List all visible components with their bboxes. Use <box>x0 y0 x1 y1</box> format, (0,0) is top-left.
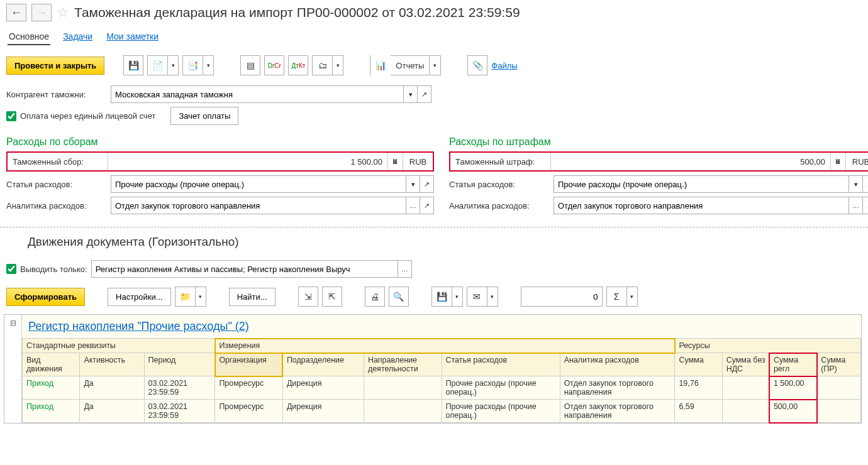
counterparty-label: Контрагент таможни: <box>6 90 107 99</box>
customs-fee-field: Таможенный сбор: 1 500,00 🖩 RUB <box>6 151 434 172</box>
tab-notes[interactable]: Мои заметки <box>105 29 160 45</box>
counterparty-input[interactable] <box>111 86 403 102</box>
th-group-res: Ресурсы <box>675 339 861 353</box>
structure-dropdown[interactable]: 🗂▾ <box>312 55 343 75</box>
fees-expense-item-input[interactable] <box>111 176 406 192</box>
attach-icon[interactable]: 📎 <box>467 55 487 75</box>
fees-title: Расходы по сборам <box>6 136 434 148</box>
ellipsis-icon[interactable]: … <box>849 197 862 214</box>
th-activity[interactable]: Активность <box>80 353 144 376</box>
register-table: Стандартные реквизиты Измерения Ресурсы … <box>22 338 861 423</box>
movements-title: Движения документа (Горизонтально) <box>0 232 868 254</box>
offset-payment-button[interactable]: Зачет оплаты <box>170 107 238 125</box>
create-based-dropdown[interactable]: 📑▾ <box>182 55 214 75</box>
counterparty-dropdown-icon[interactable]: ▾ <box>403 86 417 102</box>
variant-dropdown[interactable]: 📁▾ <box>175 287 206 307</box>
submit-close-button[interactable]: Провести и закрыть <box>6 57 104 75</box>
tab-tasks[interactable]: Задачи <box>62 29 94 45</box>
th-org[interactable]: Организация <box>215 353 283 376</box>
single-account-checkbox[interactable] <box>6 111 16 121</box>
table-row[interactable]: ПриходДа03.02.2021 23:59:59ПромресурсДир… <box>23 376 861 400</box>
files-link[interactable]: Файлы <box>491 61 517 70</box>
favorite-star-icon[interactable]: ☆ <box>57 4 69 21</box>
fines-expense-item-input[interactable] <box>554 176 849 192</box>
th-sum[interactable]: Сумма <box>675 353 722 376</box>
drcr-icon[interactable]: DrCr <box>264 55 284 75</box>
dtkt-icon[interactable]: ДтКт <box>288 55 308 75</box>
find-button[interactable]: Найти... <box>229 288 275 306</box>
table-row[interactable]: ПриходДа03.02.2021 23:59:59ПромресурсДир… <box>23 400 861 423</box>
single-account-label: Оплата через единый лицевой счет <box>20 111 155 121</box>
send-dropdown[interactable]: ✉▾ <box>467 287 498 307</box>
ellipsis-icon[interactable]: … <box>398 261 411 277</box>
save-icon[interactable]: 💾 <box>123 55 143 75</box>
nav-forward-button[interactable]: → <box>31 4 52 21</box>
fines-analytics-label: Аналитика расходов: <box>449 201 550 211</box>
settings-button[interactable]: Настройки... <box>108 288 171 306</box>
calculator-icon[interactable]: 🖩 <box>830 153 845 170</box>
sum-input[interactable] <box>521 287 603 307</box>
counterparty-open-icon[interactable]: ↗ <box>417 86 431 102</box>
th-dept[interactable]: Подразделение <box>282 353 364 376</box>
th-period[interactable]: Период <box>144 353 215 376</box>
th-sum-pr[interactable]: Сумма (ПР) <box>817 353 861 376</box>
page-title: Таможенная декларация на импорт ПР00-000… <box>74 5 520 20</box>
customs-fee-value[interactable]: 1 500,00 <box>108 157 387 167</box>
tab-main[interactable]: Основное <box>8 29 50 45</box>
post-dropdown[interactable]: 📄▾ <box>147 55 179 75</box>
open-icon[interactable]: ↗ <box>862 197 868 214</box>
sigma-dropdown[interactable]: Σ▾ <box>606 287 638 307</box>
calculator-icon[interactable]: 🖩 <box>387 153 403 170</box>
fines-analytics-input[interactable] <box>554 197 849 214</box>
fees-analytics-input[interactable] <box>111 197 406 214</box>
dropdown-icon[interactable]: ▾ <box>849 176 862 192</box>
th-sum-regl[interactable]: Сумма регл <box>769 353 816 376</box>
output-only-input[interactable] <box>92 261 398 277</box>
preview-icon[interactable]: 🔍 <box>389 287 409 307</box>
output-only-checkbox[interactable] <box>6 264 16 274</box>
open-icon[interactable]: ↗ <box>420 176 433 192</box>
generate-button[interactable]: Сформировать <box>6 288 85 306</box>
dropdown-icon[interactable]: ▾ <box>406 176 420 192</box>
movements-toolbar: Сформировать Настройки... 📁▾ Найти... ⇲ … <box>0 284 868 309</box>
fines-title: Расходы по штрафам <box>449 136 868 148</box>
print-icon[interactable]: 🖨 <box>365 287 385 307</box>
register-title-link[interactable]: Регистр накопления "Прочие расходы" (2) <box>22 315 255 338</box>
fees-analytics-label: Аналитика расходов: <box>6 201 107 211</box>
nav-back-button[interactable]: ← <box>6 4 26 21</box>
collapse-icon[interactable]: ⇱ <box>322 287 342 307</box>
tree-collapse-icon[interactable]: ⊟ <box>4 315 22 423</box>
main-toolbar: Провести и закрыть 💾 📄▾ 📑▾ ▤ DrCr ДтКт 🗂… <box>0 52 868 79</box>
th-group-standard: Стандартные реквизиты <box>23 339 215 353</box>
th-sum-no-vat[interactable]: Сумма без НДС <box>722 353 769 376</box>
reports-dropdown[interactable]: 📊 Отчеты ▾ <box>370 55 441 75</box>
th-direction[interactable]: Направление деятельности <box>364 353 442 376</box>
open-icon[interactable]: ↗ <box>420 197 433 214</box>
customs-fine-value[interactable]: 500,00 <box>551 157 830 167</box>
th-group-dims: Измерения <box>215 339 675 353</box>
expand-icon[interactable]: ⇲ <box>298 287 318 307</box>
list-icon[interactable]: ▤ <box>240 55 260 75</box>
output-only-label: Выводить только: <box>20 265 87 274</box>
save-as-dropdown[interactable]: 💾▾ <box>431 287 463 307</box>
fees-expense-item-label: Статья расходов: <box>6 180 107 189</box>
th-move-type[interactable]: Вид движения <box>23 353 80 376</box>
th-analytics[interactable]: Аналитика расходов <box>560 353 675 376</box>
open-icon[interactable]: ↗ <box>862 176 868 192</box>
th-expense-item[interactable]: Статья расходов <box>442 353 560 376</box>
ellipsis-icon[interactable]: … <box>406 197 420 214</box>
customs-fine-field: Таможенный штраф: 500,00 🖩 RUB <box>449 151 868 172</box>
tab-bar: Основное Задачи Мои заметки <box>0 25 868 52</box>
fines-expense-item-label: Статья расходов: <box>449 180 550 189</box>
